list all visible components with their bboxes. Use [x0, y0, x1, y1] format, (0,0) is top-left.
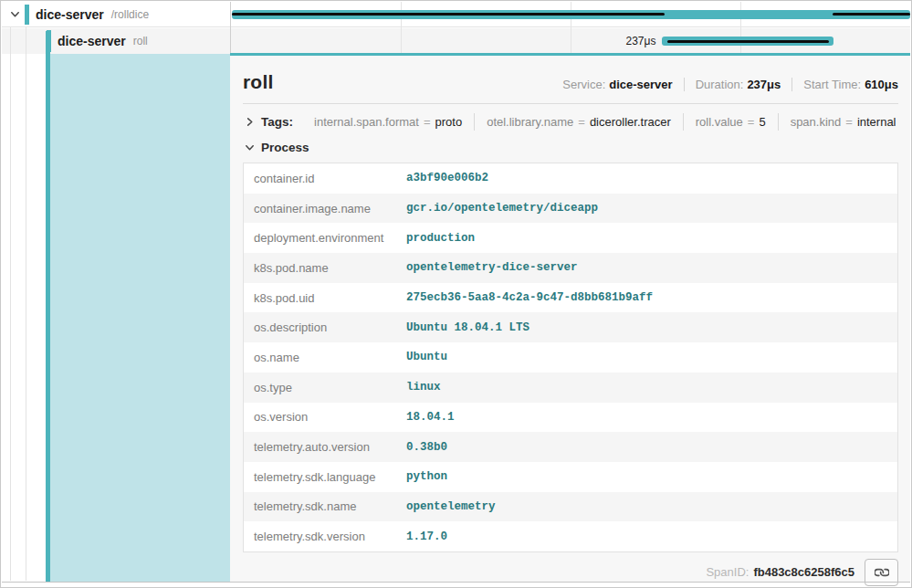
- chevron-right-icon[interactable]: [243, 116, 256, 129]
- tag-item: span.kind=internal: [778, 113, 908, 131]
- tag-item: otel.library.name=diceroller.tracer: [474, 113, 683, 131]
- process-label: Process: [261, 141, 309, 154]
- table-row: container.ida3bf90e006b2: [244, 163, 897, 194]
- timeline-cell[interactable]: [231, 2, 910, 26]
- process-kv-table: container.ida3bf90e006b2 container.image…: [243, 163, 898, 552]
- stat-service: Service:dice-server: [551, 78, 683, 91]
- table-row: k8s.pod.uid275ecb36-5aa8-4c2a-9c47-d8bb6…: [244, 283, 897, 313]
- span-row-rolldice[interactable]: dice-server /rolldice: [2, 2, 910, 27]
- span-stats: Service:dice-server Duration:237μs Start…: [551, 78, 898, 91]
- table-row: os.typelinux: [244, 373, 897, 403]
- span-bar-roll[interactable]: [662, 37, 833, 46]
- spanid-label: SpanID:: [706, 565, 749, 579]
- critical-path-segment: [232, 13, 664, 16]
- table-row: os.nameUbuntu: [244, 342, 897, 373]
- table-row: telemetry.sdk.version1.17.0: [244, 521, 897, 551]
- span-color-bar: [25, 5, 29, 25]
- span-name-cell[interactable]: dice-server /rolldice: [2, 2, 231, 26]
- tag-item: roll.value=5: [683, 113, 778, 131]
- tag-item: internal.span.format=proto: [302, 113, 474, 131]
- table-row: deployment.environmentproduction: [244, 223, 897, 253]
- jaeger-trace-detail-view: dice-server /rolldice dice-server roll 2…: [0, 0, 912, 588]
- span-name-cell[interactable]: dice-server roll: [2, 28, 231, 54]
- span-service-name: dice-server: [58, 34, 126, 48]
- stat-duration: Duration:237μs: [684, 78, 792, 91]
- critical-path-segment: [667, 40, 828, 43]
- table-row: k8s.pod.nameopentelemetry-dice-server: [244, 253, 897, 283]
- gutter-line: [10, 27, 11, 581]
- span-bar-rolldice[interactable]: [232, 10, 910, 19]
- tags-label: Tags:: [261, 115, 293, 129]
- stat-start-time: Start Time:610μs: [791, 78, 898, 91]
- table-row: telemetry.sdk.languagepython: [244, 462, 897, 492]
- table-row: telemetry.sdk.nameopentelemetry: [244, 492, 897, 522]
- detail-header: roll Service:dice-server Duration:237μs …: [243, 71, 898, 93]
- link-icon: [875, 565, 889, 580]
- spanid-value: fb483c8c6258f6c5: [753, 565, 854, 579]
- table-row: container.image.namegcr.io/opentelemetry…: [244, 194, 897, 224]
- critical-path-segment: [833, 13, 910, 16]
- span-operation-name: /rolldice: [111, 8, 149, 21]
- panel-bottom-border: [2, 582, 910, 583]
- collapse-chevron-icon[interactable]: [8, 8, 21, 21]
- gutter-line: [26, 27, 26, 581]
- table-row: telemetry.auto.version0.38b0: [244, 432, 897, 462]
- span-row-roll[interactable]: dice-server roll 237μs: [2, 28, 910, 54]
- span-detail-panel: roll Service:dice-server Duration:237μs …: [230, 53, 910, 582]
- timeline-cell[interactable]: 237μs: [231, 28, 910, 54]
- process-expander[interactable]: Process: [243, 132, 898, 162]
- span-service-name: dice-server: [36, 7, 104, 22]
- table-row: os.descriptionUbuntu 18.04.1 LTS: [244, 312, 897, 342]
- table-row: os.version18.04.1: [244, 403, 897, 433]
- column-divider: [230, 2, 231, 53]
- span-duration-label: 237μs: [626, 35, 663, 47]
- selected-span-highlight: [50, 54, 230, 582]
- chevron-down-icon[interactable]: [243, 142, 256, 154]
- selected-span-color-bar: [46, 31, 50, 582]
- tags-expander[interactable]: Tags: internal.span.format=proto otel.li…: [243, 104, 898, 132]
- span-title: roll: [243, 71, 273, 93]
- span-operation-name: roll: [133, 35, 148, 47]
